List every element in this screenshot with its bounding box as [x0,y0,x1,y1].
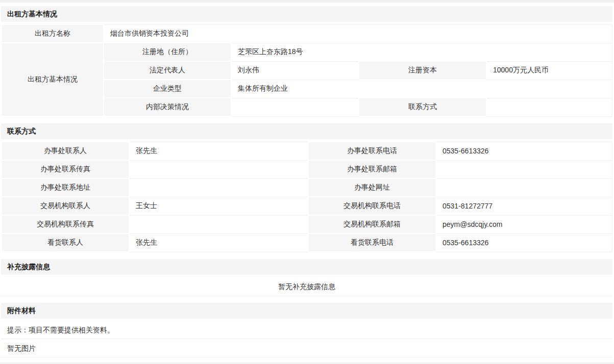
attachments-no-image-text: 暂无图片 [1,339,612,357]
table-row: 办事处联系人 张先生 办事处联系电话 0535-6613326 [2,142,612,160]
exchange-contact-phone-label: 交易机构联系电话 [308,197,436,215]
section-title-lessor-basic-info: 出租方基本情况 [1,6,612,22]
table-row: 看货联系人 张先生 看货联系电话 0535-6613326 [2,233,612,252]
inspection-contact-person-value: 张先生 [129,233,308,252]
lessor-basic-info-table: 出租方名称 烟台市供销资本投资公司 出租方基本情况 注册地（住所） 芝罘区上夼东… [1,24,612,117]
lessor-name-label: 出租方名称 [2,24,104,43]
exchange-contact-fax-label: 交易机构联系传真 [2,215,129,233]
office-contact-email-label: 办事处联系邮箱 [308,160,436,178]
office-contact-fax-label: 办事处联系传真 [2,160,129,178]
section-attachments: 附件材料 提示：项目不需要提供相关资料。 暂无图片 [1,303,612,357]
table-row: 交易机构联系人 王女士 交易机构联系电话 0531-81272777 [2,197,612,215]
table-row: 交易机构联系传真 交易机构联系邮箱 peym@sdcqjy.com [2,215,612,233]
internal-decision-value [231,98,359,116]
supplementary-disclosure-empty-text: 暂无补充披露信息 [1,277,612,296]
table-row: 出租方名称 烟台市供销资本投资公司 [2,24,612,43]
attachments-tip-text: 提示：项目不需要提供相关资料。 [1,321,612,339]
section-title-attachments: 附件材料 [1,303,612,319]
inspection-contact-person-label: 看货联系人 [2,233,129,252]
inspection-contact-phone-label: 看货联系电话 [308,233,436,252]
legal-representative-value: 刘永伟 [231,61,359,80]
lessor-name-value: 烟台市供销资本投资公司 [104,24,612,43]
registered-capital-label: 注册资本 [359,61,486,80]
office-contact-email-value [436,160,612,178]
registered-capital-value: 10000万元人民币 [486,61,612,80]
section-contact-info: 联系方式 办事处联系人 张先生 办事处联系电话 0535-6613326 办事处… [1,123,612,252]
table-row: 出租方基本情况 注册地（住所） 芝罘区上夼东路18号 [2,43,612,61]
office-contact-phone-label: 办事处联系电话 [308,142,436,160]
enterprise-type-label: 企业类型 [104,80,231,98]
table-row: 办事处联系地址 办事处网址 [2,178,612,197]
office-contact-fax-value [129,160,308,178]
exchange-contact-fax-value [129,215,308,233]
office-contact-person-label: 办事处联系人 [2,142,129,160]
section-supplementary-disclosure: 补充披露信息 暂无补充披露信息 [1,259,612,296]
section-title-supplementary-disclosure: 补充披露信息 [1,259,612,275]
exchange-contact-email-label: 交易机构联系邮箱 [308,215,436,233]
section-lessor-basic-info: 出租方基本情况 出租方名称 烟台市供销资本投资公司 出租方基本情况 注册地（住所… [1,6,612,117]
disclosure-page: 出租方基本情况 出租方名称 烟台市供销资本投资公司 出租方基本情况 注册地（住所… [0,3,614,362]
office-contact-person-value: 张先生 [129,142,308,160]
office-website-label: 办事处网址 [308,178,436,197]
contact-method-value [486,98,612,116]
exchange-contact-phone-value: 0531-81272777 [436,197,612,215]
office-website-value [436,178,612,197]
table-row: 办事处联系传真 办事处联系邮箱 [2,160,612,178]
section-title-contact-info: 联系方式 [1,123,612,139]
exchange-contact-email-value: peym@sdcqjy.com [436,215,612,233]
office-contact-phone-value: 0535-6613326 [436,142,612,160]
exchange-contact-person-value: 王女士 [129,197,308,215]
contact-info-table: 办事处联系人 张先生 办事处联系电话 0535-6613326 办事处联系传真 … [1,141,612,252]
enterprise-type-value: 集体所有制企业 [231,80,612,98]
contact-method-label: 联系方式 [359,98,486,116]
internal-decision-label: 内部决策情况 [104,98,231,116]
registered-address-label: 注册地（住所） [104,43,231,61]
legal-representative-label: 法定代表人 [104,61,231,80]
lessor-basic-group-label: 出租方基本情况 [2,43,104,116]
inspection-contact-phone-value: 0535-6613326 [436,233,612,252]
office-contact-address-label: 办事处联系地址 [2,178,129,197]
registered-address-value: 芝罘区上夼东路18号 [231,43,612,61]
exchange-contact-person-label: 交易机构联系人 [2,197,129,215]
office-contact-address-value [129,178,308,197]
